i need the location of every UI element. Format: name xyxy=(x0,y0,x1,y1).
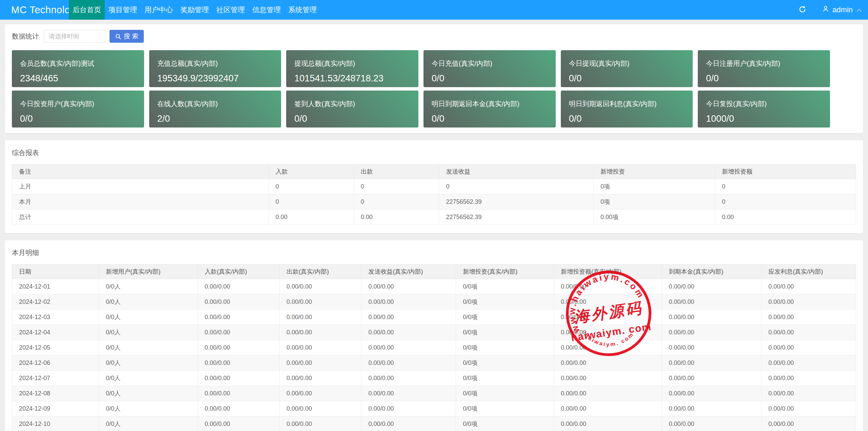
cell: 0.00/0.00 xyxy=(279,386,361,401)
brand-logo: MC Technology xyxy=(0,0,69,20)
cell: 0.00/0.00 xyxy=(279,355,361,371)
main-content: 数据统计 搜 索 会员总数(真实/内部)测试2348/465充值总额(真实/内部… xyxy=(0,20,868,431)
table-row: 2024-12-050/0人0.00/0.000.00/0.000.00/0.0… xyxy=(12,340,856,355)
cell: 0.00/0.00 xyxy=(762,325,856,340)
stat-card-value: 2/0 xyxy=(157,114,273,124)
stat-card-label: 提现总额(真实/内部) xyxy=(294,59,410,68)
table-row: 2024-12-010/0人0.00/0.000.00/0.000.00/0.0… xyxy=(12,279,856,294)
cell: 0.00 xyxy=(269,210,354,225)
date-input[interactable] xyxy=(44,30,105,43)
cell: 2024-12-10 xyxy=(12,416,99,431)
cell: 0.00/0.00 xyxy=(762,386,856,401)
nav-item-3[interactable]: 奖励管理 xyxy=(177,0,213,20)
cell: 0.00/0.00 xyxy=(662,401,762,416)
stat-card-label: 充值总额(真实/内部) xyxy=(157,59,273,68)
column-header: 备注 xyxy=(12,164,269,179)
cell: 上月 xyxy=(12,179,269,194)
stat-card: 今日注册用户(真实/内部)0/0 xyxy=(698,50,830,87)
table-row: 2024-12-040/0人0.00/0.000.00/0.000.00/0.0… xyxy=(12,325,856,340)
table-row: 2024-12-020/0人0.00/0.000.00/0.000.00/0.0… xyxy=(12,294,856,310)
column-header: 到期本金(真实/内部) xyxy=(662,265,762,279)
cell: 0.00/0.00 xyxy=(198,279,279,294)
cell: 0.00/0.00 xyxy=(279,279,361,294)
cell: 22756562.39 xyxy=(439,194,593,210)
stat-card: 提现总额(真实/内部)101541.53/248718.23 xyxy=(286,50,418,87)
table-row: 2024-12-090/0人0.00/0.000.00/0.000.00/0.0… xyxy=(12,401,856,416)
cell: 0/0项 xyxy=(456,416,554,431)
cell: 0.00 xyxy=(715,210,856,225)
refresh-button[interactable] xyxy=(790,0,815,20)
cell: 0/0项 xyxy=(456,340,554,355)
nav-item-4[interactable]: 社区管理 xyxy=(213,0,249,20)
cell: 0.00/0.00 xyxy=(361,371,456,386)
cell: 0.00/0.00 xyxy=(554,340,662,355)
stat-card-label: 今日投资用户(真实/内部) xyxy=(20,99,136,109)
stat-card-label: 今日充值(真实/内部) xyxy=(432,59,548,68)
cell: 0.00项 xyxy=(593,210,715,225)
user-menu[interactable]: admin xyxy=(815,0,868,20)
cell: 0.00/0.00 xyxy=(554,401,662,416)
cell: 0/0人 xyxy=(99,279,198,294)
cell: 0 xyxy=(354,194,439,210)
cell: 0.00/0.00 xyxy=(554,294,662,310)
cell: 0.00/0.00 xyxy=(279,401,361,416)
stat-card-label: 今日复投(真实/内部) xyxy=(706,99,822,109)
table-row: 上月0000项0 xyxy=(12,179,856,194)
column-header: 新增投资 xyxy=(593,164,715,179)
cell: 0.00/0.00 xyxy=(554,386,662,401)
cell: 0/0项 xyxy=(456,386,554,401)
table-row: 2024-12-100/0人0.00/0.000.00/0.000.00/0.0… xyxy=(12,416,856,431)
cell: 0/0人 xyxy=(99,310,198,325)
stat-card-value: 2348/465 xyxy=(20,73,136,84)
cell: 2024-12-01 xyxy=(12,279,99,294)
nav-item-6[interactable]: 系统管理 xyxy=(284,0,320,20)
cell: 0.00/0.00 xyxy=(762,371,856,386)
column-header: 新增用户(真实/内部) xyxy=(99,265,198,279)
nav-item-1[interactable]: 项目管理 xyxy=(105,0,141,20)
stat-card-label: 会员总数(真实/内部)测试 xyxy=(20,59,136,68)
cell: 0.00/0.00 xyxy=(279,340,361,355)
cell: 0.00/0.00 xyxy=(361,386,456,401)
nav-item-0[interactable]: 后台首页 xyxy=(69,0,105,20)
filter-label: 数据统计 xyxy=(12,32,39,41)
cell: 0.00/0.00 xyxy=(762,416,856,431)
stat-card: 在线人数(真实/内部)2/0 xyxy=(149,91,281,128)
stat-card-value: 1000/0 xyxy=(706,114,822,124)
cell: 0.00/0.00 xyxy=(662,294,762,310)
column-header: 出款(真实/内部) xyxy=(279,265,361,279)
cell: 0.00/0.00 xyxy=(361,294,456,310)
cell: 0.00/0.00 xyxy=(279,325,361,340)
header-row: 备注入款出款发送收益新增投资新增投资额 xyxy=(12,164,856,179)
stat-card: 今日充值(真实/内部)0/0 xyxy=(423,50,556,87)
refresh-icon xyxy=(798,5,806,15)
cell: 0.00/0.00 xyxy=(198,294,279,310)
cell: 0/0人 xyxy=(99,401,198,416)
cell: 0/0项 xyxy=(456,294,554,310)
nav-item-5[interactable]: 信息管理 xyxy=(249,0,284,20)
cell: 0/0人 xyxy=(99,325,198,340)
stat-card: 签到人数(真实/内部)0/0 xyxy=(286,91,418,128)
stat-card: 今日投资用户(真实/内部)0/0 xyxy=(12,91,144,128)
nav-item-2[interactable]: 用户中心 xyxy=(141,0,177,20)
cell: 0项 xyxy=(593,194,715,210)
stat-card-label: 签到人数(真实/内部) xyxy=(294,99,410,109)
column-header: 新增投资(真实/内部) xyxy=(456,265,554,279)
cell: 0.00/0.00 xyxy=(662,386,762,401)
column-header: 新增投资额(真实/内部) xyxy=(554,265,662,279)
cell: 0.00/0.00 xyxy=(198,340,279,355)
cell: 0.00/0.00 xyxy=(554,310,662,325)
cell: 0.00/0.00 xyxy=(662,371,762,386)
cell: 0.00/0.00 xyxy=(662,310,762,325)
cell: 0.00/0.00 xyxy=(662,279,762,294)
cell: 2024-12-04 xyxy=(12,325,99,340)
summary-panel: 综合报表 备注入款出款发送收益新增投资新增投资额上月0000项0本月002275… xyxy=(5,140,863,233)
cell: 本月 xyxy=(12,194,269,210)
search-button[interactable]: 搜 索 xyxy=(110,30,144,43)
stat-card-label: 明日到期返回利息(真实/内部) xyxy=(569,99,685,109)
cell: 0.00/0.00 xyxy=(361,355,456,371)
cell: 0.00/0.00 xyxy=(762,340,856,355)
cell: 0.00/0.00 xyxy=(361,310,456,325)
cell: 0.00/0.00 xyxy=(762,401,856,416)
stat-card: 今日提现(真实/内部)0/0 xyxy=(561,50,693,87)
search-icon xyxy=(115,33,121,40)
